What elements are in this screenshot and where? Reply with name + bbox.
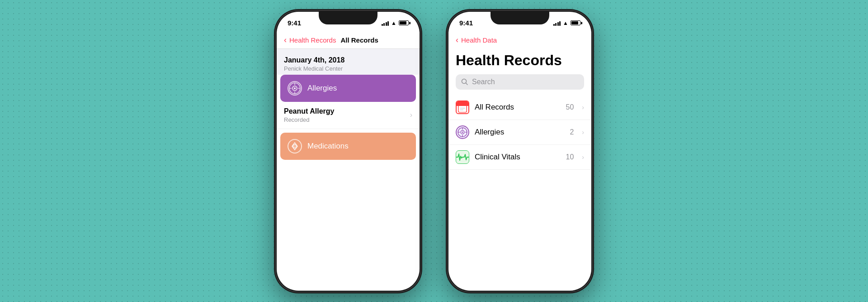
all-records-count: 50 xyxy=(566,103,574,111)
back-label-right[interactable]: Health Data xyxy=(461,36,497,44)
vitals-list-chevron: › xyxy=(582,153,584,161)
svg-rect-12 xyxy=(458,104,467,105)
phone-right: 9:41 ▲ ‹ Health Data Health Records xyxy=(448,11,592,292)
allergy-dot-svg xyxy=(288,82,301,95)
svg-point-2 xyxy=(294,87,296,89)
signal-bars-left xyxy=(382,20,389,26)
battery-icon-left xyxy=(399,20,409,25)
battery-icon-right xyxy=(571,20,580,25)
back-chevron-right[interactable]: ‹ xyxy=(456,35,458,45)
all-records-icon xyxy=(456,101,469,114)
status-icons-left: ▲ xyxy=(382,20,409,26)
back-label-left[interactable]: Health Records xyxy=(289,36,336,44)
nav-bar-right: ‹ Health Data xyxy=(448,32,591,48)
chevron-right-record: › xyxy=(410,111,412,119)
back-chevron-left[interactable]: ‹ xyxy=(284,35,287,45)
all-records-svg xyxy=(457,101,468,114)
nav-title-left: All Records xyxy=(340,36,378,44)
search-placeholder: Search xyxy=(472,78,495,86)
status-icons-right: ▲ xyxy=(553,20,580,26)
signal-bar-r4 xyxy=(559,21,561,26)
signal-bar-r1 xyxy=(553,24,555,26)
allergies-list-count: 2 xyxy=(570,128,574,136)
status-time-left: 9:41 xyxy=(288,19,301,27)
signal-bars-right xyxy=(553,20,561,26)
svg-point-17 xyxy=(462,131,463,133)
signal-bar-r2 xyxy=(555,23,557,26)
medications-row[interactable]: Medications xyxy=(280,133,416,160)
signal-bar-4 xyxy=(387,21,389,26)
signal-bar-2 xyxy=(383,23,385,26)
svg-point-7 xyxy=(293,144,297,148)
medications-label: Medications xyxy=(307,142,349,151)
signal-bar-1 xyxy=(382,24,383,26)
allergy-label: Allergies xyxy=(307,84,337,93)
all-records-label: All Records xyxy=(475,103,561,112)
search-icon xyxy=(461,78,468,86)
section-date: January 4th, 2018 xyxy=(284,56,412,64)
section-header: January 4th, 2018 Penick Medical Center xyxy=(277,49,420,75)
record-item-info: Peanut Allergy Recorded xyxy=(284,107,334,123)
list-item-all-records[interactable]: All Records 50 › xyxy=(448,95,591,120)
allergies-list-label: Allergies xyxy=(475,128,564,137)
section-facility: Penick Medical Center xyxy=(284,65,412,72)
allergies-row[interactable]: Allergies xyxy=(280,75,416,102)
allergies-list-icon xyxy=(456,125,469,139)
allergies-dot-svg xyxy=(457,127,468,138)
status-time-right: 9:41 xyxy=(459,19,473,27)
allergies-list-chevron: › xyxy=(582,129,584,136)
svg-line-9 xyxy=(466,83,468,85)
record-name: Peanut Allergy xyxy=(284,107,334,115)
battery-fill-right xyxy=(571,21,578,24)
phone-left: 9:41 ▲ ‹ Health Records All Records xyxy=(276,11,420,292)
vitals-list-label: Clinical Vitals xyxy=(475,153,561,162)
page-title-large: Health Records xyxy=(448,48,591,74)
wifi-icon-left: ▲ xyxy=(391,20,396,26)
list-item-allergies[interactable]: Allergies 2 › xyxy=(448,120,591,145)
vitals-icon xyxy=(456,150,469,164)
list-item-clinical-vitals[interactable]: Clinical Vitals 10 › xyxy=(448,145,591,170)
all-records-chevron: › xyxy=(582,104,584,111)
notch-left xyxy=(319,12,377,24)
record-item-peanut[interactable]: Peanut Allergy Recorded › xyxy=(277,102,420,129)
allergy-icon xyxy=(288,81,302,96)
wifi-icon-right: ▲ xyxy=(563,20,568,26)
vitals-list-count: 10 xyxy=(566,153,574,161)
nav-bar-left: ‹ Health Records All Records xyxy=(277,32,420,49)
battery-fill-left xyxy=(400,21,406,24)
notch-right xyxy=(491,12,549,24)
medication-icon-svg xyxy=(288,140,301,153)
medications-icon xyxy=(288,139,302,153)
search-bar[interactable]: Search xyxy=(456,74,584,90)
signal-bar-r3 xyxy=(557,22,559,26)
svg-rect-11 xyxy=(458,102,467,105)
svg-rect-10 xyxy=(458,102,467,112)
record-sub: Recorded xyxy=(284,116,334,123)
signal-bar-3 xyxy=(386,22,387,26)
vitals-svg xyxy=(456,153,469,162)
